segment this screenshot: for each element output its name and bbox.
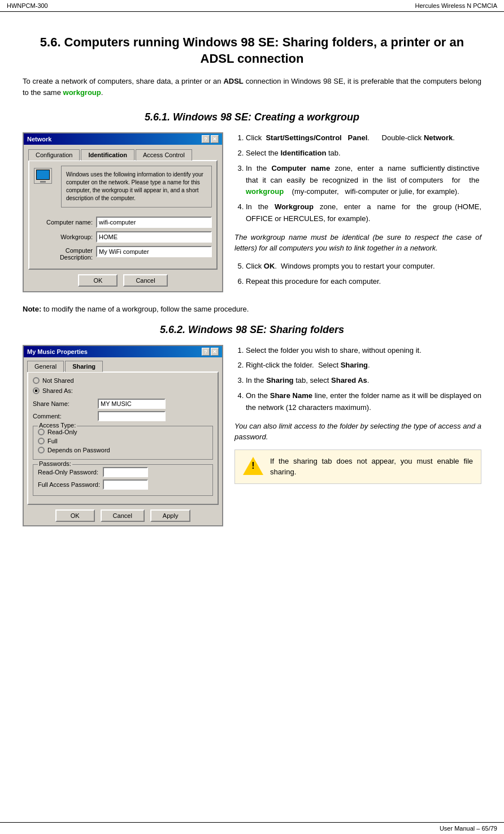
full-row: Full	[38, 438, 208, 444]
tab-identification[interactable]: Identification	[81, 149, 134, 161]
help-button[interactable]: ?	[202, 135, 210, 143]
access-type-group: Access Type: Read-Only Full Depends on P…	[33, 426, 213, 460]
share-name-label: Share Name:	[33, 400, 98, 407]
monitor-base	[40, 181, 46, 183]
not-shared-row: Not Shared	[33, 377, 213, 384]
shared-as-radio[interactable]	[33, 387, 40, 394]
read-only-pw-label: Read-Only Password:	[38, 469, 103, 476]
access-type-label: Access Type:	[38, 422, 77, 429]
adsl-highlight: ADSL	[223, 77, 243, 85]
properties-dialog-title: My Music Properties	[27, 348, 88, 355]
network-dialog-screenshot: Network ? ✕ Configuration Identification…	[23, 132, 223, 292]
step2-1: Select the folder you wish to share, wit…	[246, 345, 481, 357]
instructions1-list: Click Start/Settings/Control Panel. Doub…	[234, 132, 481, 225]
share-name-row: Share Name:	[33, 399, 213, 409]
step6: Repeat this procedure for each computer.	[246, 276, 481, 288]
read-only-pw-row: Read-Only Password:	[38, 467, 208, 477]
monitor-screen	[36, 170, 50, 180]
read-only-row: Read-Only	[38, 429, 208, 435]
network-dialog-titlebar: Network ? ✕	[24, 133, 222, 145]
main-content: 5.6. Computers running Windows 98 SE: Sh…	[0, 12, 504, 572]
panel-description: Windows uses the following information t…	[61, 166, 212, 208]
full-label: Full	[47, 438, 58, 444]
properties-dialog-buttons: OK Cancel Apply	[27, 509, 219, 522]
not-shared-radio[interactable]	[33, 377, 40, 384]
step1: Click Start/Settings/Control Panel. Doub…	[246, 132, 481, 144]
instructions1-continued: Click OK. Windows prompts you to restart…	[234, 261, 481, 288]
step5: Click OK. Windows prompts you to restart…	[246, 261, 481, 273]
computer-name-label: Computer name:	[34, 219, 96, 226]
description-label: ComputerDescription:	[34, 246, 96, 261]
properties-cancel-button[interactable]: Cancel	[101, 509, 145, 522]
section2-content: My Music Properties ? ✕ General Sharing …	[23, 345, 481, 526]
full-access-pw-label: Full Access Password:	[38, 481, 103, 488]
description-input[interactable]	[96, 246, 212, 257]
computer-name-input[interactable]	[96, 217, 212, 228]
depends-label: Depends on Password	[47, 447, 110, 453]
full-access-pw-row: Full Access Password:	[38, 479, 208, 490]
header-left: HWNPCM-300	[7, 2, 48, 9]
note-block: Note: to modify the name of a workgroup,…	[23, 304, 481, 315]
step2-4: On the Share Name line, enter the folder…	[246, 390, 481, 414]
tab-general[interactable]: General	[27, 361, 64, 372]
workgroup-input[interactable]	[96, 231, 212, 243]
full-access-pw-input[interactable]	[103, 479, 148, 490]
close-button[interactable]: ✕	[211, 135, 219, 143]
shared-as-label: Shared As:	[42, 387, 73, 394]
properties-help-button[interactable]: ?	[202, 348, 210, 356]
instructions1-col: Click Start/Settings/Control Panel. Doub…	[234, 132, 481, 291]
network-ok-button[interactable]: OK	[78, 274, 118, 287]
italic-note1: The workgroup name must be identical (be…	[234, 232, 481, 254]
computer-icon-area	[34, 166, 57, 212]
section-title: 5.6. Computers running Windows 98 SE: Sh…	[23, 34, 481, 67]
comment-label: Comment:	[33, 413, 98, 420]
subsection2-title: 5.6.2. Windows 98 SE: Sharing folders	[23, 324, 481, 336]
network-tabs: Configuration Identification Access Cont…	[28, 149, 218, 161]
read-only-label: Read-Only	[47, 429, 77, 435]
step4: In the Workgroup zone, enter a name for …	[246, 201, 481, 225]
tab-access-control[interactable]: Access Control	[136, 149, 192, 161]
tab-configuration[interactable]: Configuration	[28, 149, 80, 161]
network-dialog-title: Network	[27, 136, 51, 142]
page-footer: User Manual – 65/79	[0, 822, 504, 834]
description-row: ComputerDescription:	[34, 246, 212, 261]
note-bold: Note:	[23, 305, 41, 313]
note-text: to modify the name of a workgroup, follo…	[41, 305, 249, 313]
network-dialog-body: Configuration Identification Access Cont…	[24, 145, 222, 291]
warning-exclamation: !	[251, 459, 254, 473]
network-cancel-button[interactable]: Cancel	[123, 274, 167, 287]
comment-input[interactable]	[98, 411, 166, 421]
footer-text: User Manual – 65/79	[440, 825, 497, 832]
full-radio[interactable]	[38, 438, 45, 444]
passwords-label: Passwords:	[38, 460, 72, 467]
section1-content: Network ? ✕ Configuration Identification…	[23, 132, 481, 292]
identification-panel: Windows uses the following information t…	[28, 160, 218, 270]
step2-2: Right-click the folder. Select Sharing.	[246, 360, 481, 371]
shared-as-row: Shared As:	[33, 387, 213, 394]
share-name-input[interactable]	[98, 399, 166, 409]
subsection1-title: 5.6.1. Windows 98 SE: Creating a workgro…	[23, 111, 481, 123]
computer-icon	[34, 168, 52, 184]
properties-apply-button[interactable]: Apply	[150, 509, 191, 522]
tab-sharing[interactable]: Sharing	[65, 361, 103, 372]
titlebar-buttons: ? ✕	[202, 135, 219, 143]
read-only-radio[interactable]	[38, 429, 45, 435]
workgroup-label: Workgroup:	[34, 234, 96, 240]
italic-note2: You can also limit access to the folder …	[234, 421, 481, 443]
read-only-pw-input[interactable]	[103, 467, 148, 477]
computer-name-row: Computer name:	[34, 217, 212, 228]
warning-text: If the sharing tab does not appear, you …	[270, 456, 473, 478]
properties-dialog-screenshot: My Music Properties ? ✕ General Sharing …	[23, 345, 223, 526]
page-header: HWNPCM-300 Hercules Wireless N PCMCIA	[0, 0, 504, 12]
properties-titlebar-buttons: ? ✕	[202, 348, 219, 356]
depends-radio[interactable]	[38, 447, 45, 453]
properties-tabs: General Sharing	[27, 361, 219, 372]
properties-dialog-titlebar: My Music Properties ? ✕	[24, 346, 222, 357]
workgroup-highlight: workgroup	[63, 88, 101, 97]
properties-close-button[interactable]: ✕	[211, 348, 219, 356]
intro-text-before: To create a network of computers, share …	[23, 77, 223, 85]
warning-icon: !	[243, 456, 263, 476]
properties-ok-button[interactable]: OK	[55, 509, 95, 522]
properties-dialog-body: General Sharing Not Shared Shared As:	[24, 357, 222, 525]
workgroup-row: Workgroup:	[34, 231, 212, 243]
